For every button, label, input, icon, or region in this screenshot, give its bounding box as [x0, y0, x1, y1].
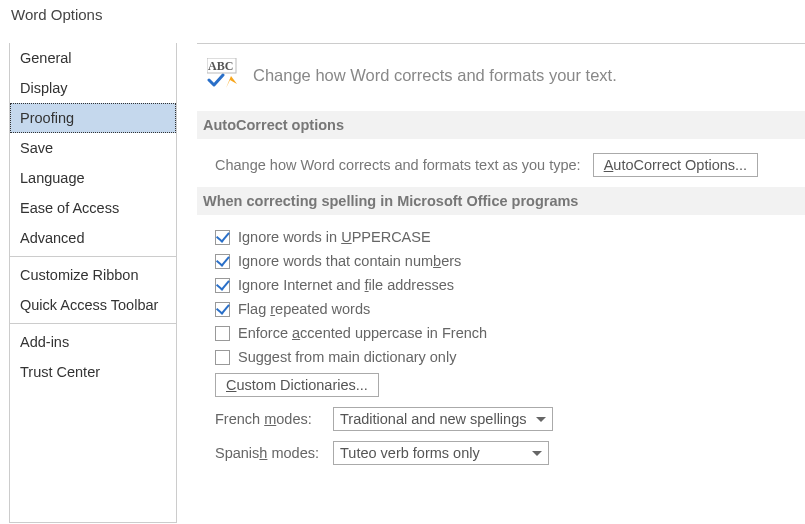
spanish-modes-label: Spanish modes:	[215, 445, 321, 461]
svg-text:ABC: ABC	[208, 59, 233, 73]
sidebar-separator	[10, 256, 176, 257]
section-autocorrect-title: AutoCorrect options	[197, 111, 805, 139]
check-suggest-main-dictionary[interactable]: Suggest from main dictionary only	[215, 349, 799, 365]
chevron-down-icon	[536, 417, 546, 422]
window-title: Word Options	[11, 6, 102, 23]
sidebar-item-display[interactable]: Display	[10, 73, 176, 103]
sidebar-item-trust-center[interactable]: Trust Center	[10, 357, 176, 387]
section-spelling-title: When correcting spelling in Microsoft Of…	[197, 187, 805, 215]
sidebar-item-language[interactable]: Language	[10, 163, 176, 193]
custom-dictionaries-button[interactable]: Custom Dictionaries...	[215, 373, 379, 397]
check-label: Flag repeated words	[238, 301, 370, 317]
sidebar-item-add-ins[interactable]: Add-ins	[10, 327, 176, 357]
sidebar-item-save[interactable]: Save	[10, 133, 176, 163]
autocorrect-options-button[interactable]: AutoCorrect Options...	[593, 153, 758, 177]
checkbox-icon[interactable]	[215, 254, 230, 269]
sidebar-item-customize-ribbon[interactable]: Customize Ribbon	[10, 260, 176, 290]
checkbox-icon[interactable]	[215, 350, 230, 365]
checkbox-icon[interactable]	[215, 230, 230, 245]
check-label: Ignore words in UPPERCASE	[238, 229, 431, 245]
check-ignore-internet-file[interactable]: Ignore Internet and file addresses	[215, 277, 799, 293]
dropdown-value: Tuteo verb forms only	[340, 445, 480, 461]
check-label: Ignore Internet and file addresses	[238, 277, 454, 293]
sidebar-item-general[interactable]: General	[10, 43, 176, 73]
french-modes-dropdown[interactable]: Traditional and new spellings	[333, 407, 553, 431]
check-enforce-accented-french[interactable]: Enforce accented uppercase in French	[215, 325, 799, 341]
check-ignore-uppercase[interactable]: Ignore words in UPPERCASE	[215, 229, 799, 245]
checkbox-icon[interactable]	[215, 278, 230, 293]
sidebar-item-proofing[interactable]: Proofing	[10, 103, 176, 133]
autocorrect-desc: Change how Word corrects and formats tex…	[215, 157, 581, 173]
sidebar-item-quick-access-toolbar[interactable]: Quick Access Toolbar	[10, 290, 176, 320]
sidebar: General Display Proofing Save Language E…	[9, 43, 177, 523]
check-label: Suggest from main dictionary only	[238, 349, 456, 365]
sidebar-item-ease-of-access[interactable]: Ease of Access	[10, 193, 176, 223]
page-header-text: Change how Word corrects and formats you…	[253, 66, 617, 85]
check-flag-repeated[interactable]: Flag repeated words	[215, 301, 799, 317]
spanish-modes-dropdown[interactable]: Tuteo verb forms only	[333, 441, 549, 465]
abc-check-icon: ABC	[207, 58, 241, 93]
chevron-down-icon	[532, 451, 542, 456]
french-modes-label: French modes:	[215, 411, 321, 427]
dropdown-value: Traditional and new spellings	[340, 411, 526, 427]
check-label: Ignore words that contain numbers	[238, 253, 461, 269]
check-label: Enforce accented uppercase in French	[238, 325, 487, 341]
checkbox-icon[interactable]	[215, 302, 230, 317]
content-panel: ABC Change how Word corrects and formats…	[197, 43, 805, 523]
checkbox-icon[interactable]	[215, 326, 230, 341]
sidebar-separator	[10, 323, 176, 324]
sidebar-item-advanced[interactable]: Advanced	[10, 223, 176, 253]
check-ignore-numbers[interactable]: Ignore words that contain numbers	[215, 253, 799, 269]
